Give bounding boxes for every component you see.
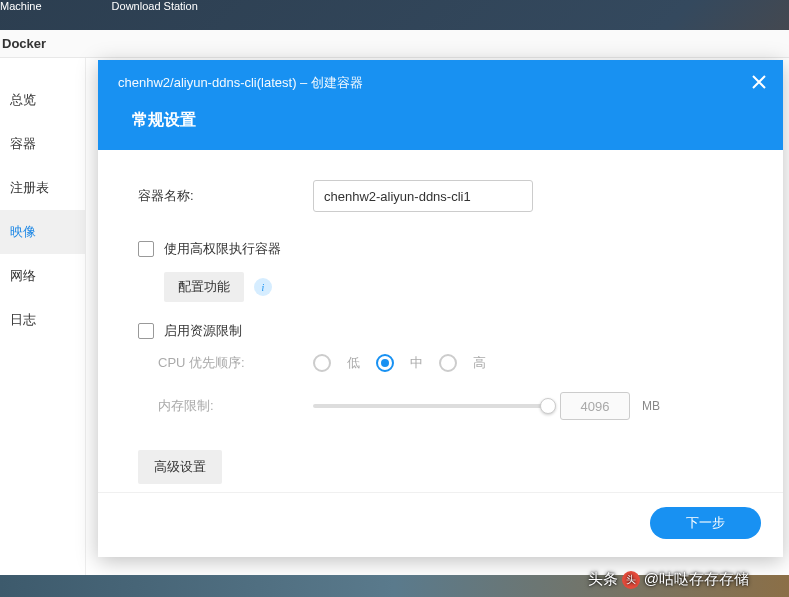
modal-breadcrumb: chenhw2/aliyun-ddns-cli(latest) – 创建容器 [118, 74, 763, 92]
docker-sidebar: 总览 容器 注册表 映像 网络 日志 [0, 58, 86, 575]
modal-header: chenhw2/aliyun-ddns-cli(latest) – 创建容器 常… [98, 60, 783, 150]
mem-unit-label: MB [642, 399, 660, 413]
watermark-prefix: 头条 [588, 570, 618, 589]
high-priv-checkbox[interactable] [138, 241, 154, 257]
cpu-radio-low-label: 低 [347, 354, 360, 372]
create-container-modal: chenhw2/aliyun-ddns-cli(latest) – 创建容器 常… [98, 60, 783, 557]
sidebar-item-registry[interactable]: 注册表 [0, 166, 85, 210]
mem-limit-label: 内存限制: [138, 397, 313, 415]
cpu-priority-label: CPU 优先顺序: [138, 354, 313, 372]
modal-footer: 下一步 [98, 492, 783, 557]
mem-slider-thumb[interactable] [540, 398, 556, 414]
sidebar-item-overview[interactable]: 总览 [0, 78, 85, 122]
container-name-input[interactable] [313, 180, 533, 212]
advanced-settings-button[interactable]: 高级设置 [138, 450, 222, 484]
mem-slider[interactable] [313, 404, 548, 408]
docker-title: Docker [2, 36, 46, 51]
mem-input[interactable] [560, 392, 630, 420]
cpu-radio-mid-label: 中 [410, 354, 423, 372]
topbar-item-machine[interactable]: Machine [0, 0, 42, 12]
cpu-radio-high[interactable] [439, 354, 457, 372]
desktop-topbar: Machine Download Station [0, 0, 789, 18]
cpu-radio-mid[interactable] [376, 354, 394, 372]
info-icon[interactable]: i [254, 278, 272, 296]
high-priv-label: 使用高权限执行容器 [164, 240, 281, 258]
cpu-radio-low[interactable] [313, 354, 331, 372]
sidebar-item-image[interactable]: 映像 [0, 210, 85, 254]
resource-limit-label: 启用资源限制 [164, 322, 242, 340]
modal-title: 常规设置 [118, 110, 763, 131]
resource-limit-checkbox[interactable] [138, 323, 154, 339]
sidebar-item-log[interactable]: 日志 [0, 298, 85, 342]
docker-titlebar[interactable]: Docker [0, 30, 789, 58]
modal-body: 容器名称: 使用高权限执行容器 配置功能 i 启用资源限制 CPU 优先顺序: … [98, 150, 783, 492]
topbar-item-download-station[interactable]: Download Station [112, 0, 198, 12]
sidebar-item-container[interactable]: 容器 [0, 122, 85, 166]
container-name-label: 容器名称: [138, 187, 313, 205]
next-button[interactable]: 下一步 [650, 507, 761, 539]
cpu-radio-high-label: 高 [473, 354, 486, 372]
cpu-priority-radio-group: 低 中 高 [313, 354, 486, 372]
close-icon[interactable] [749, 72, 769, 92]
watermark-icon: 头 [622, 571, 640, 589]
watermark: 头条 头 @咕哒存存存储 [588, 570, 749, 589]
config-function-button[interactable]: 配置功能 [164, 272, 244, 302]
sidebar-item-network[interactable]: 网络 [0, 254, 85, 298]
watermark-text: @咕哒存存存储 [644, 570, 749, 589]
